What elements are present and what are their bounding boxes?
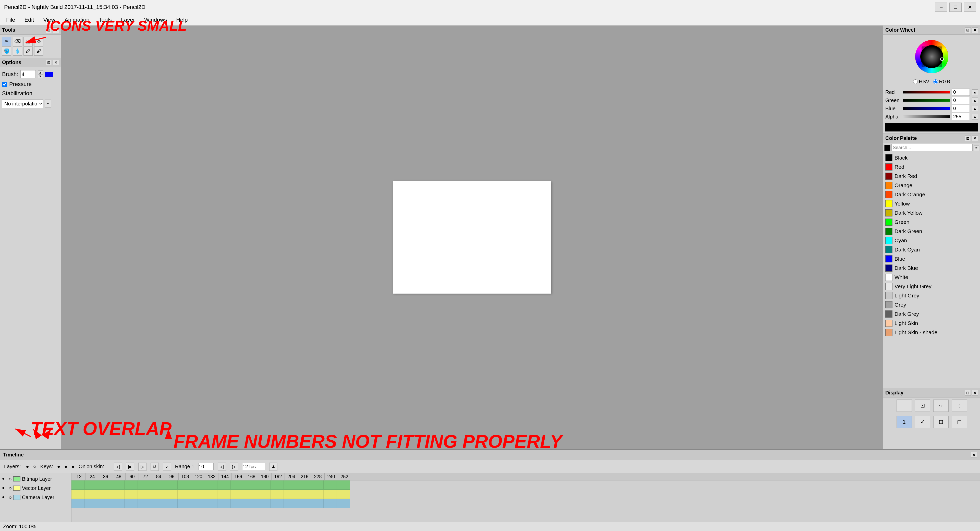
camera-cell-20[interactable] [337, 499, 350, 508]
camera-cell-0[interactable] [72, 499, 85, 508]
display-onion-btn[interactable]: 1 [897, 416, 912, 428]
camera-cell-8[interactable] [178, 499, 191, 508]
display-fit-btn[interactable]: ⊡ [915, 400, 930, 412]
vector-cell-1[interactable] [85, 490, 98, 499]
camera-cell-6[interactable] [151, 499, 164, 508]
bitmap-cell-1[interactable] [85, 480, 98, 490]
bitmap-cell-15[interactable] [270, 480, 284, 490]
vector-cell-3[interactable] [111, 490, 124, 499]
tool-pen[interactable]: 🖊 [24, 46, 33, 56]
tool-brush[interactable]: 🖌 [34, 46, 43, 56]
bitmap-cell-14[interactable] [257, 480, 270, 490]
display-panel-close-btn[interactable]: ✕ [972, 390, 978, 396]
camera-cell-16[interactable] [284, 499, 297, 508]
current-color-dot[interactable] [884, 145, 891, 151]
bitmap-cell-4[interactable] [124, 480, 138, 490]
tool-fill[interactable]: 🪣 [2, 46, 11, 56]
play-prev-btn[interactable]: ◁ [114, 462, 122, 471]
camera-cell-19[interactable] [324, 499, 337, 508]
bitmap-cell-20[interactable] [337, 480, 350, 490]
bitmap-cell-8[interactable] [178, 480, 191, 490]
camera-cell-4[interactable] [124, 499, 138, 508]
tool-move[interactable]: ✥ [34, 37, 43, 46]
vector-cell-20[interactable] [337, 490, 350, 499]
alpha-up[interactable]: ▲ [972, 114, 978, 120]
green-value-input[interactable] [952, 97, 970, 104]
camera-cell-12[interactable] [231, 499, 244, 508]
bitmap-cell-6[interactable] [151, 480, 164, 490]
camera-cell-5[interactable] [138, 499, 151, 508]
camera-cell-9[interactable] [191, 499, 204, 508]
vector-cell-6[interactable] [151, 490, 164, 499]
bitmap-cell-0[interactable] [72, 480, 85, 490]
vector-cell-9[interactable] [191, 490, 204, 499]
vector-cell-5[interactable] [138, 490, 151, 499]
blue-slider-track[interactable] [903, 107, 950, 110]
menu-item-tools[interactable]: Tools [95, 16, 116, 24]
bitmap-cell-3[interactable] [111, 480, 124, 490]
tool-eyedropper[interactable]: 💧 [13, 46, 22, 56]
play-loop-btn[interactable]: ↺ [151, 462, 159, 471]
red-up[interactable]: ▲ [972, 89, 978, 95]
alpha-slider-track[interactable] [903, 115, 950, 118]
display-grid-btn[interactable]: ⊞ [933, 416, 948, 428]
color-entry-orange[interactable]: Orange [884, 181, 979, 190]
color-entry-light-skin[interactable]: Light Skin [884, 319, 979, 328]
color-entry-dark-blue[interactable]: Dark Blue [884, 263, 979, 273]
vector-cell-19[interactable] [324, 490, 337, 499]
bitmap-cell-9[interactable] [191, 480, 204, 490]
vector-cell-18[interactable] [310, 490, 324, 499]
display-flip-h-btn[interactable]: ↔ [933, 400, 948, 412]
vector-cell-14[interactable] [257, 490, 270, 499]
rgb-radio-label[interactable]: RGB [933, 79, 950, 85]
palette-menu-btn[interactable]: ≡ [974, 145, 979, 151]
color-entry-black[interactable]: Black [884, 153, 979, 163]
color-entry-cyan[interactable]: Cyan [884, 236, 979, 245]
camera-cell-1[interactable] [85, 499, 98, 508]
vector-cell-17[interactable] [297, 490, 310, 499]
camera-cell-7[interactable] [164, 499, 178, 508]
layer-row-vector[interactable]: ● ○ Vector Layer [1, 483, 70, 493]
color-entry-dark-red[interactable]: Dark Red [884, 172, 979, 181]
camera-cell-17[interactable] [297, 499, 310, 508]
options-panel-float-btn[interactable]: ⊡ [46, 60, 52, 65]
frame-prev-btn[interactable]: ◁ [218, 462, 226, 471]
bitmap-cell-17[interactable] [297, 480, 310, 490]
hsv-radio-label[interactable]: HSV [913, 79, 929, 85]
vector-cell-4[interactable] [124, 490, 138, 499]
brush-color-swatch[interactable] [45, 72, 53, 77]
camera-cell-11[interactable] [218, 499, 231, 508]
tools-panel-float-btn[interactable]: ⊡ [46, 27, 52, 33]
display-panel-float-btn[interactable]: ⊡ [965, 390, 971, 396]
layer-camera-vis[interactable]: ● [2, 495, 7, 500]
color-entry-dark-orange[interactable]: Dark Orange [884, 190, 979, 199]
color-entry-dark-green[interactable]: Dark Green [884, 227, 979, 236]
blue-value-input[interactable] [952, 105, 970, 112]
vector-cell-13[interactable] [244, 490, 257, 499]
vector-cell-10[interactable] [204, 490, 218, 499]
rgb-radio[interactable] [933, 80, 938, 84]
color-wheel-svg[interactable] [914, 39, 950, 75]
color-entry-very-light-grey[interactable]: Very Light Grey [884, 282, 979, 291]
bitmap-cell-5[interactable] [138, 480, 151, 490]
close-button[interactable]: ✕ [964, 3, 976, 12]
bitmap-cell-12[interactable] [231, 480, 244, 490]
hsv-radio[interactable] [913, 80, 918, 84]
color-entry-grey[interactable]: Grey [884, 300, 979, 309]
bitmap-cell-7[interactable] [164, 480, 178, 490]
vector-cell-8[interactable] [178, 490, 191, 499]
vector-cell-15[interactable] [270, 490, 284, 499]
green-slider-track[interactable] [903, 99, 950, 102]
display-onion2-btn[interactable]: ✓ [915, 416, 930, 428]
red-value-input[interactable] [952, 89, 970, 96]
vector-cell-0[interactable] [72, 490, 85, 499]
interpolation-down[interactable]: ▼ [45, 100, 51, 108]
tool-pencil[interactable]: ✏ [2, 37, 11, 46]
color-palette-close-btn[interactable]: ✕ [972, 136, 978, 141]
pressure-checkbox[interactable] [2, 82, 7, 87]
timeline-close-btn[interactable]: ✕ [971, 452, 977, 458]
vector-cell-16[interactable] [284, 490, 297, 499]
bitmap-cell-2[interactable] [98, 480, 111, 490]
play-audio-btn[interactable]: ♪ [163, 462, 171, 471]
display-overlay-btn[interactable]: ◻ [952, 416, 967, 428]
